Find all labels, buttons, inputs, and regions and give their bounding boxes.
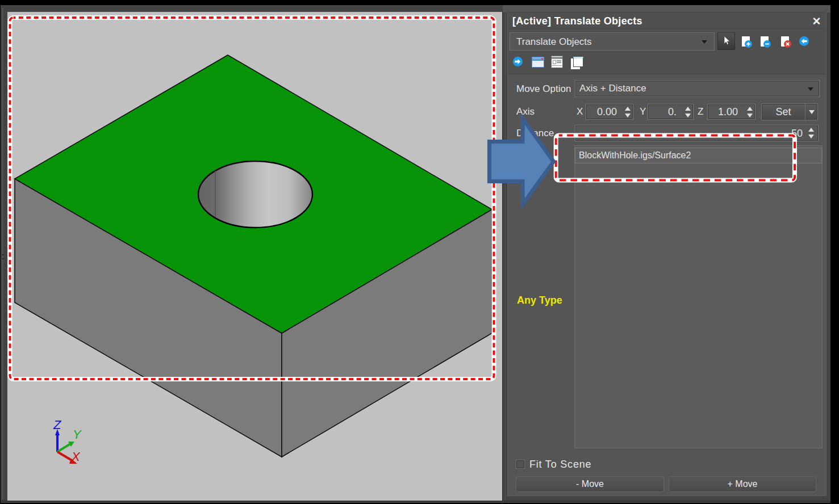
- svg-text:Z: Z: [53, 418, 62, 432]
- svg-text:X: X: [71, 450, 81, 464]
- svg-text:Y: Y: [73, 427, 82, 442]
